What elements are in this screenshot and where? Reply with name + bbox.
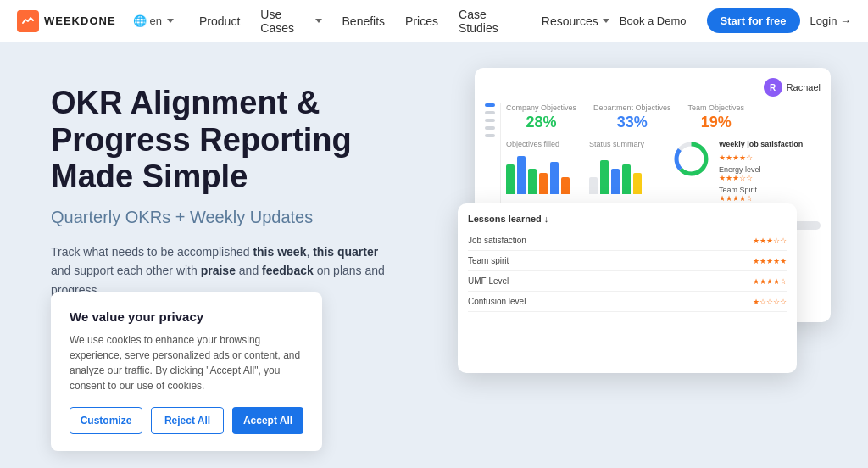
nav-links: Product Use Cases Benefits Prices Case S… <box>199 8 609 35</box>
user-avatar: R <box>764 78 782 97</box>
dashboard-secondary-card: Lessons learned ↓ Job satisfaction ★★★☆☆… <box>458 203 797 373</box>
lessons-row-1: Job satisfaction ★★★☆☆ <box>468 231 787 251</box>
cookie-text: We use cookies to enhance your browsing … <box>70 332 303 393</box>
hero-left: OKR Alignment & Progress Reporting Made … <box>51 76 441 299</box>
hero-subtitle: Quarterly OKRs + Weekly Updates <box>51 208 441 227</box>
objectives-label: Objectives filled <box>506 140 581 148</box>
book-demo-button[interactable]: Book a Demo <box>609 9 697 32</box>
brand-name: WEEKDONE <box>44 14 116 27</box>
nav-actions: Book a Demo Start for free Login → <box>609 8 851 33</box>
cookie-banner: We value your privacy We use cookies to … <box>51 292 322 451</box>
sidebar-item <box>485 119 495 122</box>
nav-prices[interactable]: Prices <box>405 14 438 28</box>
lessons-row-4: Confusion level ★☆☆☆☆ <box>468 292 787 312</box>
nav-case-studies[interactable]: Case Studies <box>459 8 521 35</box>
nav-resources[interactable]: Resources <box>542 14 609 28</box>
accept-all-button[interactable]: Accept All <box>232 407 303 434</box>
nav-use-cases[interactable]: Use Cases <box>260 8 321 35</box>
metric-company: Company Objectives 28% <box>506 103 576 131</box>
metric-team: Team Objectives 19% <box>688 103 745 131</box>
chevron-down-icon <box>603 19 609 23</box>
cookie-buttons: Customize Reject All Accept All <box>70 407 303 434</box>
hero-title: OKR Alignment & Progress Reporting Made … <box>51 85 441 196</box>
navbar: WEEKDONE 🌐 en Product Use Cases Benefits… <box>0 0 868 42</box>
bar-chart <box>506 152 581 194</box>
donut-chart <box>672 140 710 178</box>
hero-description: Track what needs to be accomplished this… <box>51 242 390 299</box>
dashboard-mockup: R Rachael Company Objective <box>458 68 817 407</box>
start-free-button[interactable]: Start for free <box>707 8 800 33</box>
dashboard-header: R Rachael <box>485 78 821 97</box>
lessons-title: Lessons learned ↓ <box>468 214 787 224</box>
lessons-row-3: UMF Level ★★★★☆ <box>468 271 787 292</box>
globe-icon: 🌐 <box>133 14 147 27</box>
language-selector[interactable]: 🌐 en <box>133 14 174 27</box>
brand-logo[interactable]: WEEKDONE <box>17 10 116 32</box>
sidebar-item <box>485 111 495 114</box>
cookie-title: We value your privacy <box>70 309 303 324</box>
sidebar-item <box>485 103 495 107</box>
logo-icon <box>17 10 39 32</box>
status-label: Status summary <box>589 140 664 148</box>
metrics-row: Company Objectives 28% Department Object… <box>506 103 821 131</box>
nav-benefits[interactable]: Benefits <box>342 14 386 28</box>
sidebar-item <box>485 126 495 130</box>
sidebar-item <box>485 134 495 137</box>
login-button[interactable]: Login → <box>810 14 851 27</box>
hero-section: OKR Alignment & Progress Reporting Made … <box>0 42 868 468</box>
status-chart <box>589 152 664 194</box>
chevron-down-icon <box>167 19 174 23</box>
nav-product[interactable]: Product <box>199 14 240 28</box>
customize-button[interactable]: Customize <box>70 407 142 434</box>
reject-all-button[interactable]: Reject All <box>151 407 224 434</box>
user-name: Rachael <box>787 82 821 92</box>
lessons-row-2: Team spirit ★★★★★ <box>468 251 787 271</box>
metric-department: Department Objectives 33% <box>593 103 671 131</box>
chevron-down-icon <box>315 19 322 23</box>
